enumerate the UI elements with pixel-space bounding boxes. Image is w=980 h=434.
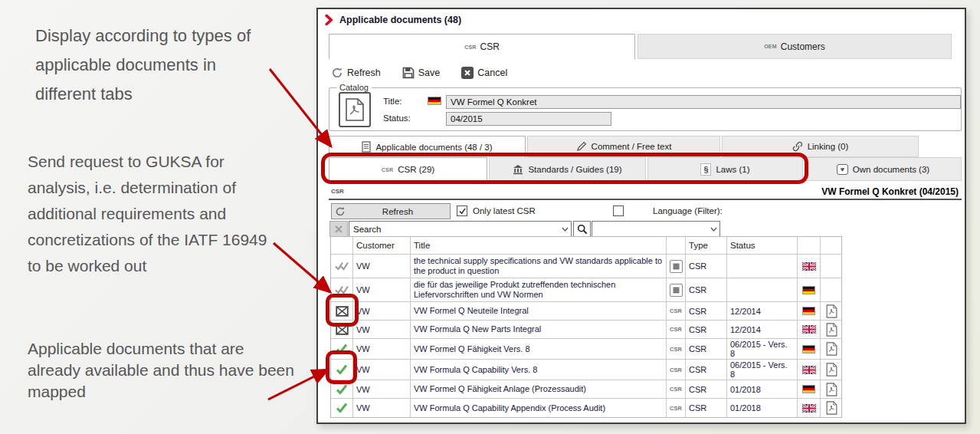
save-button[interactable]: Save: [402, 67, 441, 79]
table-row[interactable]: VWVW Formula Q Capability Appendix (Proc…: [331, 399, 841, 417]
pencil-icon: [576, 141, 587, 152]
catalog-title-status: VW Formel Q Konkret (04/2015): [821, 186, 962, 197]
tab-csr[interactable]: CSR CSR: [329, 34, 635, 59]
pdf-cell[interactable]: [821, 302, 843, 320]
col-customer[interactable]: Customer: [353, 237, 411, 254]
status-cell: 06/2015 - Vers. 8: [727, 339, 798, 359]
refresh-label: Refresh: [347, 67, 381, 78]
csr-badge-cell: CSR: [667, 339, 686, 359]
pdf-icon: [826, 342, 837, 356]
title-cell: VW Formula Q Capability Vers. 8: [411, 360, 667, 380]
search-button[interactable]: [573, 221, 591, 237]
status-cell: [727, 255, 798, 278]
status-cell: 12/2014: [727, 321, 798, 338]
status-cell: 12/2014: [727, 302, 798, 320]
pdf-cell[interactable]: [821, 380, 843, 398]
chevron-down-icon[interactable]: [559, 227, 571, 232]
table-refresh-label: Refresh: [346, 207, 450, 216]
flag-cell: [798, 399, 821, 417]
title-cell: VW Formula Q New Parts Integral: [411, 321, 667, 338]
customer-cell: VW: [353, 360, 411, 380]
language-select[interactable]: [592, 221, 720, 237]
csr-badge-cell: CSR: [667, 399, 686, 417]
title-cell: VW Formel Q Neuteile Integral: [411, 302, 667, 320]
pdf-cell[interactable]: [821, 339, 843, 359]
save-icon: [402, 67, 415, 79]
pdf-cell[interactable]: [821, 321, 843, 338]
subtab-own-documents-label: Own documents (3): [853, 165, 929, 174]
table-refresh-button[interactable]: Refresh: [331, 203, 451, 219]
flag-de-icon: [802, 307, 815, 315]
title-field[interactable]: VW Formel Q Konkret: [446, 95, 961, 109]
flag-de-icon: [428, 97, 443, 107]
pdf-cell[interactable]: [821, 399, 843, 417]
tab-csr-label: CSR: [480, 41, 500, 52]
subtab-csr[interactable]: CSR CSR (29): [329, 157, 487, 181]
subtab-laws-label: Laws (1): [716, 165, 749, 174]
table-row[interactable]: VWdie für das jeweilige Produkt zutreffe…: [331, 278, 841, 302]
type-cell: CSR: [686, 302, 727, 320]
check-icon: [336, 364, 348, 375]
csr-badge-cell: CSR: [667, 321, 686, 338]
col-title[interactable]: Title: [411, 237, 667, 254]
col-state[interactable]: [331, 237, 353, 254]
status-cell: 01/2018: [727, 380, 798, 398]
language-filter-label: Language (Filter):: [653, 206, 723, 215]
search-row: Search: [318, 221, 968, 237]
subtab-laws[interactable]: § Laws (1): [647, 157, 803, 181]
chevron-down-icon[interactable]: [707, 227, 719, 232]
pdf-cell[interactable]: [821, 360, 843, 380]
cancel-button[interactable]: Cancel: [461, 67, 507, 79]
customer-cell: VW: [353, 278, 411, 301]
language-filter-checkbox[interactable]: [613, 205, 624, 216]
table-body: VWthe technical supply specifications an…: [331, 255, 841, 417]
refresh-button[interactable]: Refresh: [331, 67, 381, 79]
table-row[interactable]: VWVW Formel Q Neuteile IntegralCSRCSR12/…: [331, 302, 841, 321]
table-row[interactable]: VWthe technical supply specifications an…: [331, 255, 841, 278]
table-row[interactable]: VWVW Formel Q Fähigkeit Anlage (Prozessa…: [331, 380, 841, 399]
double-check-icon-cell: [331, 255, 353, 278]
only-latest-csr-checkbox[interactable]: [457, 205, 467, 216]
double-check-icon: [334, 261, 349, 271]
subtab-standards-guides[interactable]: Standards / Guides (19): [489, 157, 646, 181]
customer-cell: VW: [353, 339, 411, 359]
customer-cell: VW: [353, 321, 411, 338]
table-row[interactable]: VWVW Formula Q Capability Vers. 8CSRCSR0…: [331, 360, 841, 380]
annotation-note-2: Send request to GUKSA for analysis, i.e.…: [28, 149, 284, 279]
table-row[interactable]: VWVW Formula Q New Parts IntegralCSRCSR1…: [331, 321, 841, 339]
only-latest-csr-label: Only latest CSR: [473, 206, 536, 215]
check-icon: [336, 344, 348, 354]
tab-linking-label: Linking (0): [808, 142, 849, 151]
envelope-icon-cell: [331, 302, 353, 320]
table-row[interactable]: VWVW Formel Q Fähigkeit Vers. 8CSRCSR06/…: [331, 339, 841, 360]
table-header-row: Customer Title Type Status: [331, 237, 841, 255]
tab-comment-free-text[interactable]: Comment / Free text: [527, 136, 720, 157]
col-flag[interactable]: [798, 237, 821, 254]
title-cell: VW Formula Q Capability Appendix (Proces…: [411, 399, 667, 417]
cancel-icon: [461, 67, 474, 79]
check-icon: [336, 384, 348, 395]
status-field[interactable]: 04/2015: [446, 112, 611, 126]
document-icon: [362, 141, 371, 153]
col-badge[interactable]: [667, 237, 686, 254]
check-icon-cell: [331, 360, 353, 380]
col-status[interactable]: Status: [727, 237, 798, 254]
col-type[interactable]: Type: [686, 237, 727, 254]
refresh-icon: [335, 206, 346, 217]
magnifier-icon: [577, 224, 588, 235]
pdf-icon: [826, 323, 837, 337]
tab-oem-customers-label: Customers: [781, 41, 825, 52]
clear-search-button[interactable]: [329, 221, 348, 237]
check-icon: [336, 403, 348, 413]
tab-oem-customers[interactable]: OEM Customers: [637, 34, 952, 59]
bank-icon: [513, 164, 523, 175]
subtab-own-documents[interactable]: ♥ Own documents (3): [805, 157, 962, 181]
tab-linking[interactable]: Linking (0): [722, 136, 919, 157]
flag-cell: [798, 302, 821, 320]
type-cell: CSR: [686, 399, 727, 417]
page: Display according to types of applicable…: [0, 0, 980, 434]
col-pdf[interactable]: [821, 237, 843, 254]
tab-applicable-documents[interactable]: Applicable documents (48 / 3): [329, 136, 526, 157]
search-input[interactable]: Search: [349, 221, 572, 237]
flag-de-icon: [802, 286, 815, 294]
